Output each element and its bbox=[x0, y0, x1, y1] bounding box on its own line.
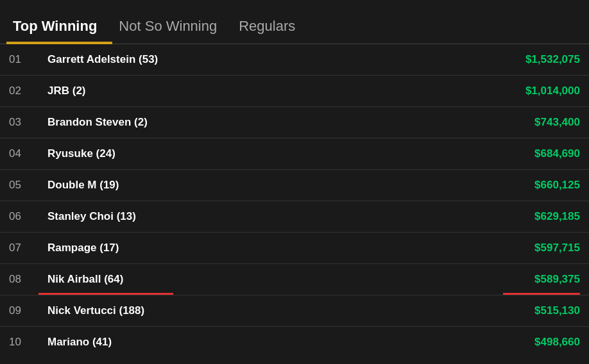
row-name: Nick Vertucci (188) bbox=[38, 295, 390, 327]
table-row: 04 Ryusuke (24) $684,690 bbox=[0, 138, 589, 170]
row-amount: $743,400 bbox=[390, 107, 589, 138]
table-row: 02 JRB (2) $1,014,000 bbox=[0, 76, 589, 107]
table-row: 10 Mariano (41) $498,660 bbox=[0, 327, 589, 358]
row-name: Garrett Adelstein (53) bbox=[38, 44, 390, 76]
tab-regulars-label: Regulars bbox=[239, 18, 295, 34]
red-line-left-icon bbox=[38, 293, 173, 295]
row-amount: $1,014,000 bbox=[390, 76, 589, 107]
table-row: 05 Double M (19) $660,125 bbox=[0, 170, 589, 201]
row-rank: 10 bbox=[0, 327, 38, 358]
row-amount: $660,125 bbox=[390, 170, 589, 201]
row-rank: 08 bbox=[0, 264, 38, 295]
row-rank: 05 bbox=[0, 170, 38, 201]
tab-top-winning-label: Top Winning bbox=[13, 18, 97, 34]
row-name: Ryusuke (24) bbox=[38, 138, 390, 170]
leaderboard-table: 01 Garrett Adelstein (53) $1,532,075 02 … bbox=[0, 44, 589, 358]
row-rank: 02 bbox=[0, 76, 38, 107]
row-amount: $498,660 bbox=[390, 327, 589, 358]
tab-not-so-winning[interactable]: Not So Winning bbox=[112, 12, 232, 44]
tab-top-winning[interactable]: Top Winning bbox=[6, 12, 112, 44]
row-amount: $515,130 bbox=[390, 295, 589, 327]
row-amount: $1,532,075 bbox=[390, 44, 589, 76]
table-row: 01 Garrett Adelstein (53) $1,532,075 bbox=[0, 44, 589, 76]
tab-bar: Top Winning Not So Winning Regulars bbox=[0, 0, 589, 44]
row-amount: $629,185 bbox=[390, 201, 589, 233]
row-rank: 04 bbox=[0, 138, 38, 170]
table-row: 08 Nik Airball (64) $589,375 bbox=[0, 264, 589, 295]
row-amount: $684,690 bbox=[390, 138, 589, 170]
row-rank: 01 bbox=[0, 44, 38, 76]
row-name: Stanley Choi (13) bbox=[38, 201, 390, 233]
row-rank: 06 bbox=[0, 201, 38, 233]
tab-not-so-winning-label: Not So Winning bbox=[119, 18, 217, 34]
row-amount: $597,715 bbox=[390, 233, 589, 264]
row-name: Nik Airball (64) bbox=[38, 264, 390, 295]
row-name: Double M (19) bbox=[38, 170, 390, 201]
table-row: 07 Rampage (17) $597,715 bbox=[0, 233, 589, 264]
row-name: Brandon Steven (2) bbox=[38, 107, 390, 138]
table-row: 03 Brandon Steven (2) $743,400 bbox=[0, 107, 589, 138]
tab-regulars[interactable]: Regulars bbox=[232, 12, 311, 44]
row-name: JRB (2) bbox=[38, 76, 390, 107]
row-rank: 03 bbox=[0, 107, 38, 138]
row-rank: 09 bbox=[0, 295, 38, 327]
row-amount: $589,375 bbox=[390, 264, 589, 295]
table-row: 09 Nick Vertucci (188) $515,130 bbox=[0, 295, 589, 327]
table-row: 06 Stanley Choi (13) $629,185 bbox=[0, 201, 589, 233]
row-name: Rampage (17) bbox=[38, 233, 390, 264]
row-name: Mariano (41) bbox=[38, 327, 390, 358]
row-rank: 07 bbox=[0, 233, 38, 264]
